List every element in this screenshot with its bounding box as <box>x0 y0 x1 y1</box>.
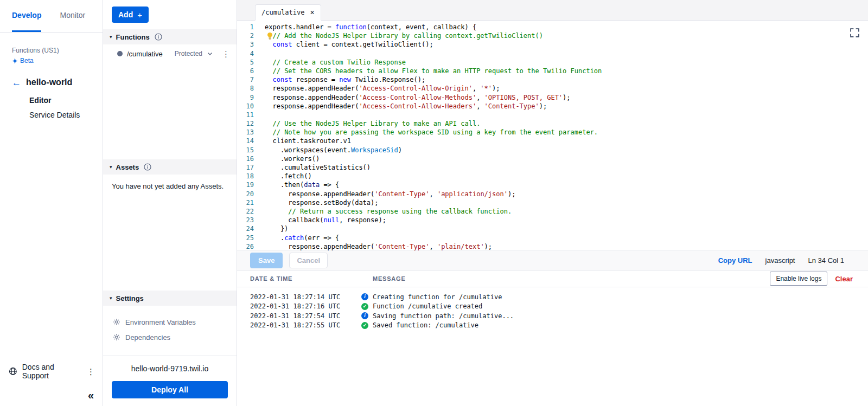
gear-icon <box>113 333 120 341</box>
cancel-button[interactable]: Cancel <box>289 253 328 268</box>
info-icon[interactable] <box>144 163 151 171</box>
clear-logs-button[interactable]: Clear <box>835 275 853 283</box>
code-line[interactable] <box>265 49 868 58</box>
close-tab-icon[interactable]: × <box>310 9 314 16</box>
code-line[interactable]: client.taskrouter.v1 <box>265 137 868 145</box>
logs-col-datetime: DATE & TIME <box>250 275 361 282</box>
enable-live-logs-button[interactable]: Enable live logs <box>770 272 827 286</box>
tab-develop[interactable]: Develop <box>12 0 41 32</box>
code-line[interactable]: .workers() <box>265 154 868 163</box>
editor-tab-cumulative[interactable]: /cumulative × <box>255 4 321 21</box>
add-button[interactable]: Add + <box>112 7 149 23</box>
chevron-down-icon[interactable] <box>207 50 213 57</box>
code-line[interactable]: .catch(err => { <box>265 234 868 242</box>
code-line[interactable]: // Note how you are passing the workspac… <box>265 128 868 137</box>
editor-tab-label: /cumulative <box>261 9 304 16</box>
back-arrow-icon[interactable]: ← <box>12 78 21 87</box>
copy-url-link[interactable]: Copy URL <box>718 256 752 265</box>
success-icon: ✓ <box>361 322 368 329</box>
chevron-down-icon: ▾ <box>110 35 112 40</box>
code-token: response = <box>292 76 340 83</box>
code-line[interactable]: response.appendHeader('Access-Control-Al… <box>265 93 868 102</box>
deploy-all-button[interactable]: Deploy All <box>112 381 228 398</box>
line-number: 13 <box>237 128 259 137</box>
docs-and-support[interactable]: Docs and Support ⋮ <box>0 363 103 380</box>
code-line[interactable]: response.appendHeader('Content-Type', 'p… <box>265 242 868 250</box>
info-icon: i <box>361 312 368 319</box>
code-token: .workspaces(event. <box>265 146 351 154</box>
code-line[interactable]: .workspaces(event.WorkspaceSid) <box>265 146 868 154</box>
code-line[interactable]: .fetch() <box>265 172 868 181</box>
code-line[interactable]: .then(data => { <box>265 181 868 189</box>
docs-support-menu-icon[interactable]: ⋮ <box>87 368 95 376</box>
code-line[interactable]: // Add the NodeJS Helper Library by call… <box>265 31 868 40</box>
editor-tab-bar: /cumulative × <box>237 0 868 21</box>
line-number: 11 <box>237 111 259 119</box>
code-token: 'Content-Type' <box>484 102 539 110</box>
code-line[interactable]: }) <box>265 224 868 233</box>
code-token: // Create a custom Twilio Response <box>272 59 406 66</box>
log-message: Function /cumulative created <box>373 302 482 310</box>
code-token: response.appendHeader( <box>265 94 359 101</box>
code-token: 'Access-Control-Allow-Methods' <box>359 94 476 101</box>
settings-section-header[interactable]: ▾ Settings <box>103 291 237 306</box>
logs-panel: DATE & TIME MESSAGE Enable live logs Cle… <box>237 270 868 406</box>
sidebar-tab-bar: Develop Monitor <box>0 0 103 33</box>
collapse-sidebar-button[interactable]: « <box>0 380 103 401</box>
line-number: 5 <box>237 58 259 67</box>
line-number: 12 <box>237 119 259 128</box>
functions-section-header[interactable]: ▾ Functions <box>103 29 237 44</box>
sidebar: Develop Monitor Functions (US1) Beta ← h… <box>0 0 103 406</box>
code-line[interactable]: response.appendHeader('Access-Control-Al… <box>265 84 868 93</box>
code-line[interactable]: // Return a success response using the c… <box>265 207 868 216</box>
code-token: , <box>429 190 437 198</box>
code-line[interactable]: const client = context.getTwilioClient()… <box>265 40 868 49</box>
code-token: 'plain/text' <box>437 243 484 250</box>
code-line[interactable]: .cumulativeStatistics() <box>265 163 868 172</box>
code-line[interactable]: exports.handler = function(context, even… <box>265 23 868 31</box>
code-token: // Use the NodeJS Helper Library to make… <box>272 120 480 127</box>
code-line[interactable]: const response = new Twilio.Response(); <box>265 75 868 84</box>
code-line[interactable]: // Set the CORS headers to allow Flex to… <box>265 67 868 75</box>
code-token: exports.handler = <box>265 23 335 31</box>
line-number: 1 <box>237 23 259 31</box>
code-token: response.appendHeader( <box>265 190 374 198</box>
gear-icon <box>113 318 120 326</box>
code-line[interactable]: callback(null, response); <box>265 216 868 224</box>
assets-section-header[interactable]: ▾ Assets <box>103 159 237 175</box>
save-button[interactable]: Save <box>250 253 283 268</box>
code-editor[interactable]: 1234567891011121314151617181920212223242… <box>237 21 868 250</box>
code-line[interactable]: // Create a custom Twilio Response <box>265 58 868 67</box>
code-line[interactable]: response.setBody(data); <box>265 198 868 207</box>
tab-monitor[interactable]: Monitor <box>60 0 85 32</box>
code-token: ); <box>508 190 515 198</box>
code-line[interactable]: response.appendHeader('Access-Control-Al… <box>265 102 868 111</box>
visibility-selector[interactable]: Protected <box>175 50 202 57</box>
line-number: 3 <box>237 40 259 49</box>
sidebar-item-service-details[interactable]: Service Details <box>29 111 103 119</box>
code-token: client = context.getTwilioClient(); <box>292 41 433 48</box>
code-line[interactable] <box>265 111 868 119</box>
log-rows: 2022-01-31 18:27:14 UTCiCreating functio… <box>237 287 868 330</box>
sidebar-item-editor[interactable]: Editor <box>29 96 103 105</box>
settings-item-environment-variables[interactable]: Environment Variables <box>113 314 237 330</box>
code-token: .fetch() <box>265 172 312 180</box>
info-icon: i <box>361 293 368 300</box>
code-line[interactable]: // Use the NodeJS Helper Library to make… <box>265 119 868 128</box>
beta-badge: Beta <box>12 57 103 65</box>
function-item-cumulative[interactable]: /cumulative Protected ⋮ <box>103 44 237 63</box>
code-token: // Return a success response using the c… <box>288 208 512 215</box>
fullscreen-icon[interactable] <box>850 28 859 37</box>
log-timestamp: 2022-01-31 18:27:55 UTC <box>250 321 361 329</box>
settings-item-dependencies[interactable]: Dependencies <box>113 330 237 345</box>
assets-section-title: Assets <box>116 163 139 171</box>
code-token: response.appendHeader( <box>265 102 359 110</box>
lightbulb-icon[interactable] <box>267 33 273 40</box>
line-number: 15 <box>237 146 259 154</box>
info-icon[interactable] <box>155 33 162 41</box>
code-line[interactable]: response.appendHeader('Content-Type', 'a… <box>265 190 868 198</box>
line-number: 4 <box>237 49 259 58</box>
function-menu-icon[interactable]: ⋮ <box>222 50 230 58</box>
globe-icon <box>9 367 17 376</box>
line-numbers: 1234567891011121314151617181920212223242… <box>237 21 259 250</box>
